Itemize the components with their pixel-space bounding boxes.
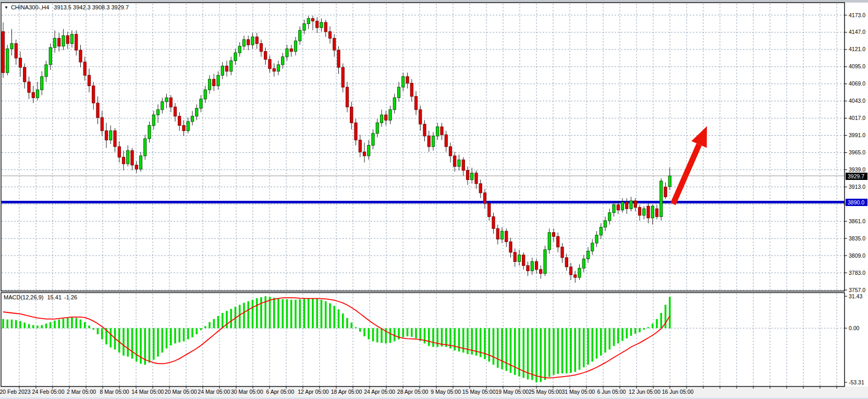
date-axis-label: 6 Apr 05:00	[266, 389, 295, 395]
date-axis-label: 2 Mar 05:00	[67, 389, 96, 395]
symbol-period-label: CHINA300-,H4	[11, 4, 49, 10]
date-axis-label: 31 May 05:00	[562, 389, 595, 395]
trading-chart-window: ▼CHINA300-,H4 3913.5 3942.3 3908.3 3929.…	[0, 0, 868, 399]
price-axis-label: 3861.0	[849, 218, 865, 225]
date-axis-label: 16 Jun 05:00	[662, 389, 694, 395]
price-axis-label: 3965.0	[849, 149, 865, 156]
level-price-badge: 3890.0	[846, 199, 867, 206]
date-axis-label: 20 Feb 2023	[0, 389, 30, 395]
macd-scale-label: 31.43	[849, 293, 862, 300]
macd-indicator-label: MACD(12,26,9) 15.41 -1.26	[4, 294, 77, 300]
price-axis-label: 3783.0	[849, 270, 865, 276]
date-axis-label: 14 Mar 05:00	[131, 389, 164, 395]
price-axis-label: 4017.0	[849, 115, 865, 122]
date-axis-label: 19 May 05:00	[495, 389, 529, 395]
date-axis-label: 8 Mar 05:00	[100, 389, 129, 395]
price-axis-label: 3809.0	[849, 252, 865, 259]
price-axis-label: 4095.0	[849, 63, 865, 70]
macd-name: MACD(12,26,9)	[4, 294, 43, 300]
date-axis-label: 12 Apr 05:00	[298, 389, 329, 395]
date-axis-label: 24 Apr 05:00	[364, 389, 395, 395]
ohlc-values-label: 3913.5 3942.3 3908.3 3929.7	[54, 4, 129, 10]
bid-price-badge: 3929.7	[846, 173, 867, 180]
chart-header: ▼CHINA300-,H4 3913.5 3942.3 3908.3 3929.…	[4, 4, 129, 10]
price-axis-label: 3939.0	[849, 166, 865, 173]
date-axis-label: 9 May 05:00	[431, 389, 461, 395]
price-axis-label: 4069.0	[849, 80, 865, 87]
price-axis-label: 3913.0	[849, 184, 865, 190]
macd-value: 15.41	[47, 294, 62, 300]
macd-signal-value: -1.26	[64, 294, 77, 300]
date-axis-label: 18 Apr 05:00	[331, 389, 362, 395]
price-axis-label: 4043.0	[849, 98, 865, 104]
date-axis-label: 28 Apr 05:00	[397, 389, 429, 395]
date-axis-label: 30 Mar 05:00	[231, 389, 263, 395]
trend-arrow-annotation[interactable]	[673, 126, 707, 204]
price-axis-label: 4147.0	[849, 29, 865, 35]
date-axis-label: 15 May 05:00	[462, 389, 496, 395]
date-axis-label: 12 Jun 05:00	[629, 389, 661, 395]
date-axis-label: 20 Mar 05:00	[165, 389, 197, 395]
macd-scale-label: -53.31	[849, 379, 864, 386]
price-axis-label: 3835.0	[849, 235, 865, 242]
date-axis-label: 25 May 05:00	[529, 389, 562, 395]
date-axis-label: 24 Feb 05:00	[32, 389, 65, 395]
date-axis-label: 6 Jun 05:00	[597, 389, 626, 395]
price-chart-canvas[interactable]	[0, 0, 868, 399]
price-axis-label: 3991.0	[849, 132, 865, 139]
date-axis-label: 24 Mar 05:00	[198, 389, 230, 395]
price-axis-label: 4173.0	[849, 12, 865, 19]
price-axis-label: 4121.0	[849, 46, 865, 53]
macd-scale-label: 0.00	[849, 325, 859, 332]
symbol-dropdown-icon[interactable]: ▼	[4, 5, 8, 10]
